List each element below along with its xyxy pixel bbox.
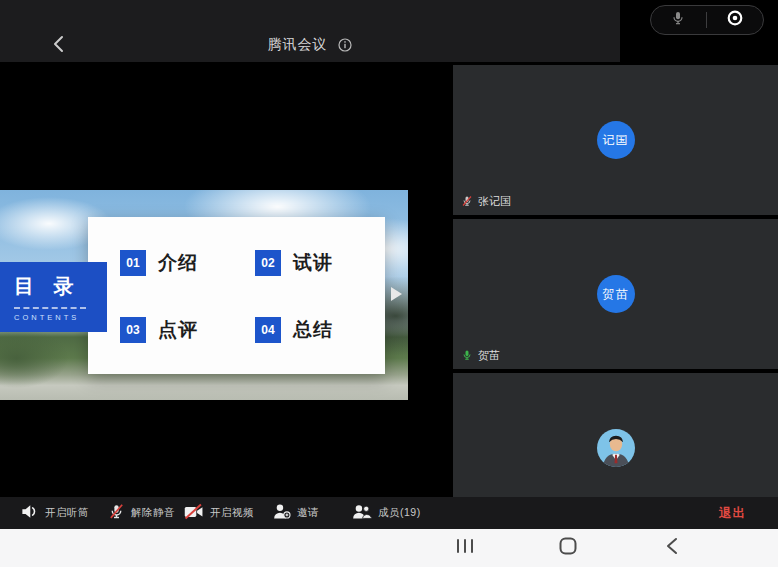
toc-card: 01 介绍 02 试讲 03 点评 04 总结 xyxy=(88,217,385,374)
toc-title-box: 目 录 CONTENTS xyxy=(0,262,107,332)
android-nav-bar xyxy=(0,529,778,567)
toc-subtitle: CONTENTS xyxy=(14,313,107,322)
name-tag: 张记国 xyxy=(461,194,511,209)
toc-item-2: 02 试讲 xyxy=(255,250,333,276)
invite-button[interactable]: 邀请 xyxy=(272,497,319,529)
toolbar-label: 开启听筒 xyxy=(45,506,89,520)
speaker-toggle-button[interactable]: 开启听筒 xyxy=(20,497,89,529)
home-icon xyxy=(559,537,577,559)
participant-name: 张记国 xyxy=(478,194,511,209)
info-icon[interactable] xyxy=(332,36,352,52)
toolbar-label: 成员(19) xyxy=(378,506,421,520)
app-title: 腾讯会议 xyxy=(268,36,328,52)
toc-number-badge: 04 xyxy=(255,317,281,343)
mic-on-icon xyxy=(461,349,473,363)
toc-title: 目 录 xyxy=(14,273,107,300)
recents-button[interactable] xyxy=(443,529,487,567)
toolbar-label: 邀请 xyxy=(297,506,319,520)
top-bar: 腾讯会议 xyxy=(0,0,778,62)
nav-back-button[interactable] xyxy=(650,529,694,567)
avatar: 贺苗 xyxy=(597,275,635,313)
exit-meeting-button[interactable]: 退出 xyxy=(719,497,746,529)
avatar-photo xyxy=(597,429,635,467)
recents-icon xyxy=(456,538,474,558)
start-video-button[interactable]: 开启视频 xyxy=(184,497,254,529)
toc-label: 介绍 xyxy=(158,250,198,276)
next-slide-icon[interactable] xyxy=(391,287,402,301)
toolbar-label: 开启视频 xyxy=(210,506,254,520)
people-icon xyxy=(352,503,372,524)
exit-label: 退出 xyxy=(719,505,746,522)
members-button[interactable]: 成员(19) xyxy=(352,497,421,529)
capsule-divider xyxy=(706,12,707,28)
person-add-icon xyxy=(272,503,291,524)
main-area: 01 介绍 02 试讲 03 点评 04 总结 xyxy=(0,62,778,497)
toc-divider xyxy=(14,307,86,309)
toc-label: 试讲 xyxy=(293,250,333,276)
home-button[interactable] xyxy=(546,529,590,567)
page-title: 腾讯会议 xyxy=(0,36,620,54)
participant-tile-1[interactable]: 记国 张记国 xyxy=(453,65,778,215)
back-icon xyxy=(665,537,679,559)
toolbar-label: 解除静音 xyxy=(131,506,175,520)
participant-name: 贺苗 xyxy=(478,348,500,363)
screen-share-area[interactable]: 01 介绍 02 试讲 03 点评 04 总结 xyxy=(0,62,453,497)
toc-item-4: 04 总结 xyxy=(255,317,333,343)
toc-number-badge: 03 xyxy=(120,317,146,343)
microphone-icon[interactable] xyxy=(670,10,686,30)
meeting-toolbar: 开启听筒 解除静音 开启视频 邀请 成员(19) xyxy=(0,497,778,529)
presentation-slide: 01 介绍 02 试讲 03 点评 04 总结 xyxy=(0,190,408,400)
system-capsule xyxy=(650,5,764,35)
participant-column: 记国 张记国 贺苗 贺苗 xyxy=(453,62,778,497)
toc-item-1: 01 介绍 xyxy=(120,250,198,276)
toc-label: 总结 xyxy=(293,317,333,343)
toc-label: 点评 xyxy=(158,317,198,343)
name-tag: 贺苗 xyxy=(461,348,500,363)
mic-muted-icon xyxy=(108,503,125,524)
meeting-screen: 腾讯会议 01 介绍 xyxy=(0,0,778,567)
camera-off-icon xyxy=(184,503,204,524)
unmute-button[interactable]: 解除静音 xyxy=(108,497,175,529)
toc-item-3: 03 点评 xyxy=(120,317,198,343)
record-dot-icon[interactable] xyxy=(726,9,744,31)
participant-tile-2[interactable]: 贺苗 贺苗 xyxy=(453,219,778,369)
toc-number-badge: 01 xyxy=(120,250,146,276)
toc-number-badge: 02 xyxy=(255,250,281,276)
avatar: 记国 xyxy=(597,121,635,159)
speaker-icon xyxy=(20,502,39,525)
mic-muted-icon xyxy=(461,195,473,209)
